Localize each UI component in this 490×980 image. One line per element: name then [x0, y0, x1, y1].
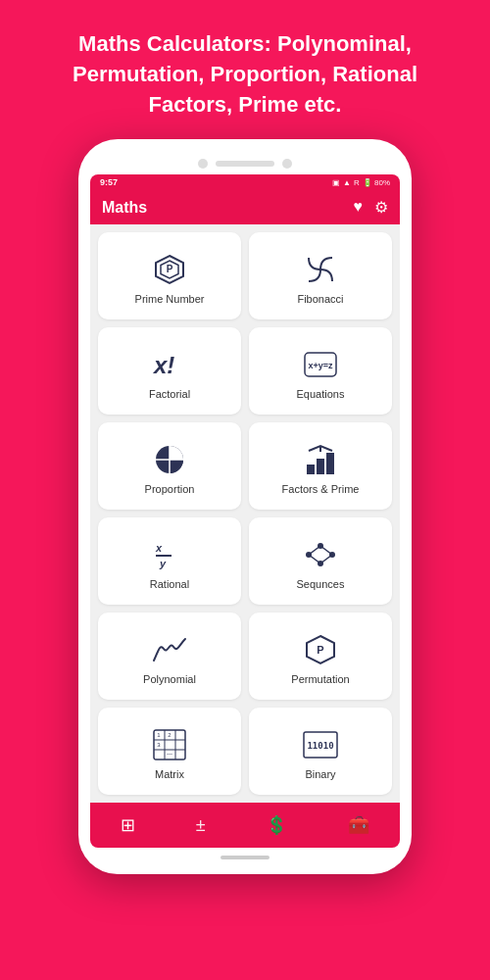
factors-prime-label: Factors & Prime — [282, 483, 360, 495]
factors-prime-icon — [303, 442, 338, 477]
signal-icon: ▣ — [332, 178, 340, 187]
sequences-label: Sequnces — [297, 578, 345, 590]
grid-item-proportion[interactable]: Proportion — [98, 422, 241, 510]
svg-rect-10 — [317, 459, 324, 474]
polynomial-label: Polynomial — [143, 673, 196, 685]
calculator-grid: P Prime Number Fibonacci — [90, 224, 400, 803]
proportion-label: Proportion — [145, 483, 195, 495]
svg-text:y: y — [159, 558, 167, 569]
svg-text:x: x — [155, 542, 163, 554]
fibonacci-icon — [303, 252, 338, 287]
svg-line-23 — [320, 555, 332, 564]
grid-item-polynomial[interactable]: Polynomial — [98, 612, 241, 700]
app-toolbar: Maths ♥ ⚙ — [90, 190, 400, 224]
svg-text:1: 1 — [157, 732, 161, 738]
bottom-navigation: ⊞ ± 💲 🧰 — [90, 803, 400, 848]
grid-item-binary[interactable]: 11010 Binary — [249, 708, 392, 795]
svg-text:—: — — [167, 751, 172, 757]
equations-label: Equations — [297, 388, 345, 400]
speaker-bar — [216, 161, 274, 167]
nav-money-button[interactable]: 💲 — [256, 810, 297, 840]
grid-item-factors-prime[interactable]: Factors & Prime — [249, 422, 392, 510]
factorial-label: Factorial — [149, 388, 190, 400]
matrix-icon: 1 2 3 — — [152, 727, 187, 762]
binary-icon: 11010 — [303, 727, 338, 762]
svg-line-22 — [309, 555, 320, 564]
permutation-icon: P — [303, 632, 338, 667]
status-time: 9:57 — [100, 177, 118, 187]
svg-text:x!: x! — [152, 352, 174, 378]
nav-tools-button[interactable]: 🧰 — [338, 810, 379, 840]
phone-mockup: 9:57 ▣ ▲ R 🔋 80% Maths ♥ ⚙ — [78, 139, 412, 874]
svg-text:x+y=z: x+y=z — [308, 361, 333, 370]
settings-icon[interactable]: ⚙ — [374, 198, 388, 217]
svg-text:3: 3 — [157, 742, 161, 748]
prime-number-icon: P — [152, 252, 187, 287]
battery-icon: 🔋 80% — [363, 178, 390, 187]
grid-item-fibonacci[interactable]: Fibonacci — [249, 232, 392, 319]
phone-top-bar — [90, 159, 400, 169]
camera-dot-right — [282, 159, 292, 169]
equations-icon: x+y=z — [303, 347, 338, 382]
grid-item-matrix[interactable]: 1 2 3 — Matrix — [98, 708, 241, 795]
sequences-icon — [303, 537, 338, 572]
prime-number-label: Prime Number — [135, 293, 205, 305]
phone-screen: 9:57 ▣ ▲ R 🔋 80% Maths ♥ ⚙ — [90, 174, 400, 848]
network-icon: ▲ — [343, 178, 351, 187]
matrix-label: Matrix — [155, 768, 184, 780]
page-header-title: Maths Calculators: Polynominal, Permutat… — [0, 0, 490, 139]
grid-item-prime-number[interactable]: P Prime Number — [98, 232, 241, 319]
fibonacci-label: Fibonacci — [297, 293, 343, 305]
grid-item-equations[interactable]: x+y=z Equations — [249, 327, 392, 415]
grid-item-rational[interactable]: x y Rational — [98, 517, 241, 605]
svg-rect-9 — [307, 465, 315, 474]
svg-line-20 — [309, 546, 320, 555]
binary-label: Binary — [305, 768, 335, 780]
app-title: Maths — [102, 199, 147, 217]
svg-text:P: P — [317, 644, 323, 656]
toolbar-icons: ♥ ⚙ — [354, 198, 389, 217]
r-icon: R — [354, 178, 360, 187]
svg-text:11010: 11010 — [307, 741, 333, 751]
factorial-icon: x! — [152, 347, 187, 382]
proportion-icon — [152, 442, 187, 477]
nav-grid-button[interactable]: ⊞ — [111, 810, 145, 840]
heart-icon[interactable]: ♥ — [354, 198, 364, 217]
status-bar: 9:57 ▣ ▲ R 🔋 80% — [90, 174, 400, 190]
phone-bottom-bar — [90, 856, 400, 859]
svg-line-21 — [320, 546, 332, 555]
status-icons: ▣ ▲ R 🔋 80% — [332, 178, 390, 187]
grid-item-permutation[interactable]: P Permutation — [249, 612, 392, 700]
permutation-label: Permutation — [291, 673, 349, 685]
camera-dot-left — [198, 159, 208, 169]
svg-text:2: 2 — [168, 732, 172, 738]
svg-text:P: P — [167, 264, 173, 274]
svg-rect-11 — [326, 453, 334, 474]
grid-item-sequences[interactable]: Sequnces — [249, 517, 392, 605]
home-indicator — [220, 856, 270, 859]
rational-label: Rational — [150, 578, 189, 590]
nav-calc-button[interactable]: ± — [186, 811, 216, 840]
rational-icon: x y — [152, 537, 187, 572]
grid-item-factorial[interactable]: x! Factorial — [98, 327, 241, 415]
polynomial-icon — [152, 632, 187, 667]
